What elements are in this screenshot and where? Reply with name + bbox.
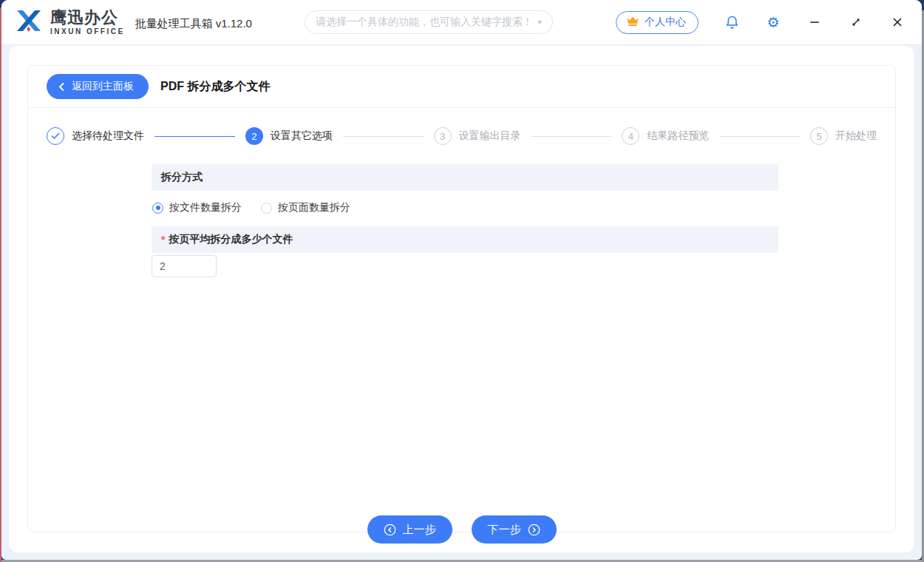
title-bar: 鹰迅办公 INXUN OFFICE 批量处理工具箱 v1.12.0 请选择一个具… (1, 0, 922, 44)
notification-bell-icon[interactable] (724, 14, 740, 30)
page-title: PDF 拆分成多个文件 (160, 79, 270, 95)
app-window: 鹰迅办公 INXUN OFFICE 批量处理工具箱 v1.12.0 请选择一个具… (1, 0, 922, 560)
step-connector (343, 136, 424, 137)
back-button-label: 返回到主面板 (72, 80, 134, 93)
step-connector (531, 136, 612, 137)
radio-split-by-file-count[interactable]: 按文件数量拆分 (152, 201, 242, 214)
next-step-label: 下一步 (488, 523, 521, 537)
step-label: 开始处理 (835, 129, 877, 143)
prev-step-label: 上一步 (403, 523, 436, 537)
user-center-button[interactable]: 个人中心 (616, 11, 699, 34)
prev-step-button[interactable]: 上一步 (367, 515, 452, 544)
radio-unselected-icon (261, 203, 272, 214)
radio-label: 按页面数量拆分 (278, 201, 350, 214)
file-count-input[interactable] (152, 255, 217, 277)
app-title: 批量处理工具箱 v1.12.0 (135, 17, 252, 31)
radio-selected-icon (152, 203, 163, 214)
circle-arrow-right-icon (528, 524, 540, 536)
chevron-left-icon (58, 82, 65, 92)
split-method-section-bar: 拆分方式 (152, 164, 778, 191)
step-number: 3 (434, 127, 452, 145)
function-search-select[interactable]: 请选择一个具体的功能，也可输入关键字搜索！ ▾ (305, 10, 553, 34)
step-label: 设置其它选项 (271, 129, 333, 143)
step-number: 5 (810, 127, 828, 145)
main-panel: 返回到主面板 PDF 拆分成多个文件 选择待处理文件 2 设置其它选项 (9, 46, 914, 552)
logo-x-icon (13, 5, 44, 39)
step-number: 4 (622, 127, 639, 145)
required-asterisk: * (161, 234, 165, 246)
radio-split-by-page-count[interactable]: 按页面数量拆分 (261, 201, 350, 214)
step-label: 结果路径预览 (647, 129, 709, 143)
step-connector (719, 136, 800, 137)
back-to-dashboard-button[interactable]: 返回到主面板 (47, 74, 149, 99)
next-step-button[interactable]: 下一步 (472, 515, 557, 544)
close-icon[interactable] (889, 14, 906, 30)
brand-subtitle: INXUN OFFICE (50, 28, 125, 35)
wizard-footer: 上一步 下一步 (9, 515, 914, 545)
step-check-icon (47, 127, 64, 145)
wizard-card: 返回到主面板 PDF 拆分成多个文件 选择待处理文件 2 设置其它选项 (27, 65, 896, 532)
step-number: 2 (245, 127, 263, 145)
circle-arrow-left-icon (384, 524, 396, 536)
step-label: 选择待处理文件 (72, 129, 144, 143)
app-logo: 鹰迅办公 INXUN OFFICE (13, 5, 125, 39)
crown-icon (626, 16, 639, 29)
options-form: 拆分方式 按文件数量拆分 按页面数量拆分 * 按页平均拆分成多少个文件 (152, 164, 778, 277)
search-placeholder: 请选择一个具体的功能，也可输入关键字搜索！ (316, 16, 533, 29)
split-method-options: 按文件数量拆分 按页面数量拆分 (152, 191, 778, 226)
step-item-2: 2 设置其它选项 (245, 127, 333, 145)
maximize-icon[interactable] (848, 14, 864, 30)
step-item-1: 选择待处理文件 (47, 127, 144, 145)
step-item-4: 4 结果路径预览 (622, 127, 709, 145)
logo-text: 鹰迅办公 INXUN OFFICE (50, 10, 125, 35)
step-item-5: 5 开始处理 (810, 127, 877, 145)
step-item-3: 3 设置输出目录 (434, 127, 521, 145)
header-right-cluster: 个人中心 ⚙ (616, 11, 910, 34)
split-method-title: 拆分方式 (161, 171, 203, 184)
file-count-section-bar: * 按页平均拆分成多少个文件 (152, 226, 778, 253)
user-center-label: 个人中心 (645, 16, 686, 29)
page-header-row: 返回到主面板 PDF 拆分成多个文件 (28, 66, 895, 108)
minimize-icon[interactable] (806, 14, 823, 30)
step-wizard: 选择待处理文件 2 设置其它选项 3 设置输出目录 4 结果路径预览 (28, 108, 895, 164)
settings-gear-icon[interactable]: ⚙ (765, 14, 781, 30)
radio-label: 按文件数量拆分 (169, 201, 242, 214)
file-count-title: 按页平均拆分成多少个文件 (169, 233, 293, 246)
step-connector (154, 136, 235, 137)
brand-name: 鹰迅办公 (50, 10, 125, 26)
chevron-down-icon: ▾ (537, 18, 542, 26)
step-label: 设置输出目录 (459, 129, 521, 143)
